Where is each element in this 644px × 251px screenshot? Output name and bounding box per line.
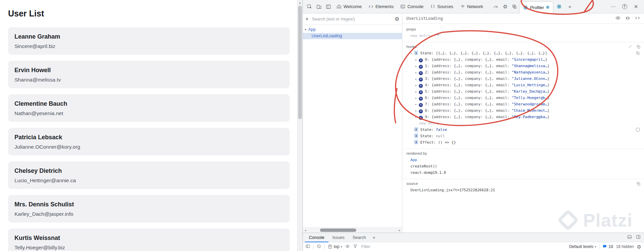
props-new-entry-row[interactable]: new entry: "" <box>406 33 640 39</box>
dock-panel-icon[interactable] <box>627 235 632 241</box>
state-array-item[interactable]: ▸✕7: {address: {…}, company: {…}, email:… <box>406 101 640 107</box>
user-card: Patricia Lebsack Julianne.OConner@kory.o… <box>8 128 290 155</box>
settings-gear-icon[interactable]: ⚙ <box>500 2 510 11</box>
component-search-input[interactable] <box>311 16 392 22</box>
console-filter-input[interactable] <box>361 244 425 249</box>
tab-welcome[interactable]: Welcome <box>333 0 365 13</box>
tab-console[interactable]: Console <box>397 0 427 13</box>
console-sidebar-icon[interactable] <box>306 244 310 250</box>
devtools-tabbar: Welcome Elements Console Sources Network <box>303 0 644 13</box>
console-icon <box>400 4 405 9</box>
view-source-code-icon[interactable] <box>635 15 640 21</box>
source-file-row[interactable]: UserListLoading.jsx?t=1752522826628:21 <box>406 187 640 193</box>
help-icon[interactable]: ? <box>620 2 629 11</box>
parse-hook-names-wand-icon[interactable] <box>628 45 632 50</box>
tab-profiler[interactable]: Profiler <box>519 1 553 13</box>
device-toolbar-icon[interactable] <box>314 2 324 11</box>
state-array-item[interactable]: ▸✕6: {address: {…}, company: {…}, email:… <box>406 95 640 101</box>
layers-icon[interactable] <box>510 2 519 11</box>
home-icon <box>336 4 341 9</box>
user-card: Clementine Bauch Nathan@yesenia.net <box>8 94 290 122</box>
tree-toolbar: ⌖ ⚙ <box>303 13 402 25</box>
page-context-icon <box>328 244 332 249</box>
rendered-by-app-link[interactable]: App <box>406 157 640 163</box>
code-brackets-icon <box>368 4 373 9</box>
tree-node-userlistloading[interactable]: UserListLoading <box>303 33 402 39</box>
state-array-item[interactable]: ▸✕5: {address: {…}, company: {…}, email:… <box>406 88 640 95</box>
tab-label: Welcome <box>344 4 362 9</box>
devtools-window-controls: ⋯ ? ✕ <box>608 2 644 11</box>
scroll-right-icon[interactable]: ▸ <box>397 229 402 232</box>
user-name: Kurtis Weissnat <box>14 234 283 242</box>
javascript-context-selector[interactable]: top ▾ <box>328 244 342 249</box>
scroll-up-icon[interactable]: ▲ <box>297 0 303 5</box>
react-devtools-main: ⌖ ⚙ ▾ App UserListLoading ◂ <box>303 13 644 233</box>
tab-sources[interactable]: Sources <box>427 0 457 13</box>
hook-effect-row[interactable]: 4Effect: () => {} <box>406 139 640 146</box>
inspect-element-icon[interactable] <box>305 2 314 11</box>
collapse-caret-icon[interactable]: ▾ <box>303 27 308 33</box>
tab-label: Network <box>467 4 483 9</box>
console-settings-gear-icon[interactable]: ⚙ <box>637 244 641 249</box>
tree-settings-gear-icon[interactable]: ⚙ <box>395 16 399 22</box>
hook-state-bool-row[interactable]: 2State: false <box>406 127 640 133</box>
state-array-item[interactable]: ▸✕9: {address: {…}, company: {…}, email:… <box>406 114 640 120</box>
props-section-label: props <box>406 27 416 31</box>
user-name: Mrs. Dennis Schulist <box>14 201 283 208</box>
tree-node-app[interactable]: ▾ App <box>303 27 402 33</box>
console-drawer: Console Issues Search + top ▾ <box>303 233 644 251</box>
default-levels-dropdown[interactable]: Default levels ▾ <box>569 244 596 249</box>
hook-state-null-row[interactable]: 3State: null <box>406 133 640 139</box>
tab-react-components[interactable] <box>553 0 565 13</box>
boolean-checkbox[interactable] <box>636 128 640 132</box>
clear-console-icon[interactable] <box>317 244 321 250</box>
live-expression-eye-icon[interactable] <box>345 244 350 250</box>
performance-icon[interactable] <box>491 2 500 11</box>
expand-drawer-icon[interactable] <box>636 235 641 241</box>
tree-horizontal-scrollbar[interactable]: ◂ ▸ <box>303 228 402 233</box>
drawer-tab-console[interactable]: Console <box>305 233 328 242</box>
state-array-item[interactable]: ▸✕4: {address: {…}, company: {…}, email:… <box>406 82 640 88</box>
page-title: User List <box>8 9 290 18</box>
braces-icon <box>430 4 435 9</box>
new-tab-icon[interactable]: + <box>565 2 574 11</box>
scrollbar-thumb[interactable] <box>320 229 356 232</box>
tab-label: Console <box>407 4 424 9</box>
user-email: Julianne.OConner@kory.org <box>14 144 283 150</box>
user-email: Shanna@melissa.tv <box>14 77 283 83</box>
state-array-item[interactable]: ▸✕2: {address: {…}, company: {…}, email:… <box>406 69 640 76</box>
circle-x-icon: ✕ <box>419 90 423 94</box>
state-array-item[interactable]: ▸✕1: {address: {…}, company: {…}, email:… <box>406 63 640 69</box>
user-email: Telly.Hoeger@billy.biz <box>14 245 283 251</box>
copy-source-icon[interactable] <box>636 182 641 187</box>
react-atom-icon <box>557 4 562 9</box>
panel-layout-icon[interactable] <box>324 2 333 11</box>
user-card: Leanne Graham Sincere@april.biz <box>8 27 290 55</box>
state-array-item[interactable]: ▸✕3: {address: {…}, company: {…}, email:… <box>406 76 640 82</box>
hook-state-array-row[interactable]: ▾1State: [{…}, {…}, {…}, {…}, {…}, {…}, … <box>406 50 640 56</box>
user-name: Clementine Bauch <box>14 100 283 107</box>
user-email: Nathan@yesenia.net <box>14 110 283 116</box>
tab-elements[interactable]: Elements <box>365 0 397 13</box>
app-page: User List Leanne Graham Sincere@april.bi… <box>0 0 297 251</box>
state-array-item[interactable]: ▸✕0: {address: {…}, company: {…}, email:… <box>406 56 640 63</box>
copy-hooks-icon[interactable] <box>636 45 641 50</box>
drawer-tab-issues[interactable]: Issues <box>328 233 349 242</box>
tab-network[interactable]: Network <box>457 0 487 13</box>
page-scrollbar[interactable]: ▲ <box>297 0 303 251</box>
inspect-component-icon[interactable]: ⌖ <box>306 16 309 22</box>
inspector-title: UserListLoading <box>406 16 443 21</box>
user-card: Ervin Howell Shanna@melissa.tv <box>8 61 290 88</box>
close-devtools-icon[interactable]: ✕ <box>631 2 641 11</box>
scroll-left-icon[interactable]: ◂ <box>303 229 308 232</box>
scrollbar-thumb[interactable] <box>298 6 302 119</box>
user-email: Lucio_Hettinger@annie.ca <box>14 178 283 184</box>
state-array-item[interactable]: ▸✕8: {address: {…}, company: {…}, email:… <box>406 107 640 114</box>
issues-counter[interactable]: 18 <box>602 244 613 249</box>
inspect-dom-eye-icon[interactable] <box>615 15 620 21</box>
more-options-icon[interactable]: ⋯ <box>608 2 618 11</box>
hooks-new-entry-row[interactable]: new entry <box>406 120 640 127</box>
log-component-bug-icon[interactable] <box>625 15 630 21</box>
drawer-more-tools-icon[interactable]: + <box>370 235 378 240</box>
drawer-tab-search[interactable]: Search <box>349 233 370 242</box>
